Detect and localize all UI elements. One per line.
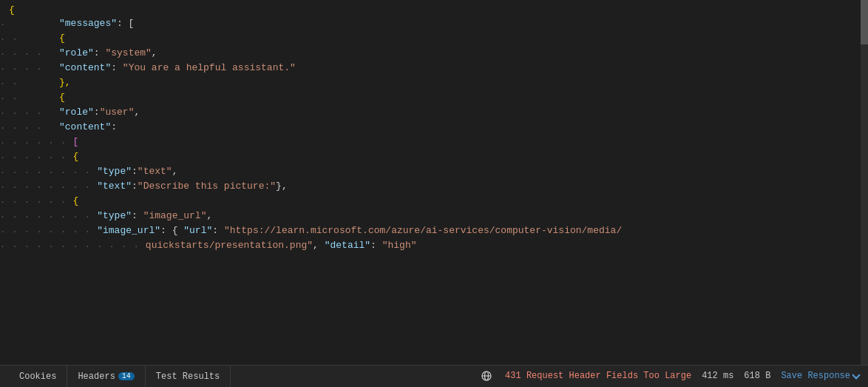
scrollbar-thumb[interactable]	[861, 0, 868, 44]
code-line-13: . . . . . . . . "type": "image_url",	[0, 210, 868, 225]
string-val-token: "image_url"	[143, 210, 207, 221]
code-line-3: . . . . "content": "You are a helpful as…	[0, 62, 868, 77]
bracket-token: {	[72, 195, 78, 206]
line-content: "content":	[59, 121, 859, 132]
punctuation-token: :	[370, 240, 382, 251]
code-line-7: . . . . "content":	[0, 121, 868, 136]
line-dots: . .	[0, 77, 59, 87]
string-val-token: "user"	[100, 107, 135, 118]
punctuation-token: :	[132, 210, 143, 221]
key-token: "role"	[59, 47, 94, 58]
code-line-2: . . . . "role": "system",	[0, 47, 868, 62]
code-line-4: . . },	[0, 77, 868, 92]
response-size: 618 B	[744, 371, 770, 381]
line-content: "type": "image_url",	[97, 210, 859, 221]
string-val-token: "high"	[382, 240, 417, 251]
tab-headers[interactable]: Headers 14	[67, 366, 145, 388]
chevron-down-icon	[852, 371, 860, 379]
key-token: "detail"	[325, 240, 370, 251]
line-content: "role": "system",	[59, 47, 859, 58]
punctuation-token: ,	[172, 166, 178, 177]
line-content: "content": "You are a helpful assistant.…	[59, 62, 859, 73]
code-line-6: . . . . "role":"user",	[0, 107, 868, 121]
line-dots: . . . . . . . .	[0, 210, 97, 221]
code-editor: { . "messages": [. . {. . . . "role": "s…	[0, 0, 868, 365]
scrollbar[interactable]	[861, 0, 868, 365]
status-message: 431 Request Header Fields Too Large	[505, 371, 691, 381]
line-dots: . . . . . . . .	[0, 181, 97, 191]
line-dots: . . . . . . . .	[0, 166, 97, 176]
punctuation-token: : [	[117, 18, 134, 29]
line-content: "type":"text",	[97, 166, 859, 177]
line-dots: . . . . . .	[0, 136, 72, 147]
punctuation-token: ,	[134, 107, 140, 118]
key-token: "messages"	[59, 18, 117, 29]
punctuation-token: :	[212, 225, 224, 236]
string-val-token: "https://learn.microsoft.com/azure/ai-se…	[224, 225, 622, 236]
line-content: [	[72, 136, 859, 147]
line-dots: . . . .	[0, 62, 59, 73]
punctuation-token: :	[111, 121, 117, 132]
status-right: 431 Request Header Fields Too Large 412 …	[481, 371, 859, 381]
code-line-10: . . . . . . . . "type":"text",	[0, 166, 868, 181]
line-dots: .	[0, 18, 59, 28]
string-val-token: "Describe this picture:"	[138, 181, 276, 192]
save-response-button[interactable]: Save Response	[781, 371, 859, 381]
line-content: },	[59, 77, 859, 88]
line-dots: . . . .	[0, 107, 59, 117]
line-content: "messages": [	[59, 18, 859, 29]
punctuation-token: ,	[152, 47, 157, 58]
bracket-token: {	[72, 151, 78, 162]
top-bracket: {	[0, 3, 868, 18]
response-time: 412 ms	[702, 371, 733, 381]
line-content: {	[72, 151, 859, 162]
code-line-8: . . . . . . [	[0, 136, 868, 151]
line-content: {	[72, 195, 859, 206]
line-dots: . .	[0, 92, 59, 102]
line-dots: . . . . . .	[0, 151, 72, 161]
key-token: "content"	[59, 121, 111, 132]
string-val-token: "text"	[138, 166, 172, 177]
punctuation-token: ,	[313, 240, 325, 251]
punctuation-token: :	[132, 166, 138, 177]
key-token: "url"	[183, 225, 212, 236]
code-line-14: . . . . . . . . "image_url": { "url": "h…	[0, 225, 868, 240]
key-token: "type"	[97, 166, 132, 177]
bracket2-token: [	[72, 136, 78, 147]
tab-test-results-label: Test Results	[156, 371, 220, 382]
punctuation-token: : {	[160, 225, 183, 236]
line-dots: . . . .	[0, 47, 59, 58]
line-dots: . . . . . .	[0, 195, 72, 206]
code-line-0: . "messages": [	[0, 18, 868, 33]
line-content: "image_url": { "url": "https://learn.mic…	[97, 225, 859, 236]
line-dots: . . . . . . . . . . . .	[0, 240, 146, 250]
string-val-token: quickstarts/presentation.png"	[146, 240, 313, 251]
punctuation-token: :	[111, 62, 123, 73]
bracket-token: {	[59, 33, 65, 44]
string-val-token: "You are a helpful assistant."	[123, 62, 296, 73]
line-content: "text":"Describe this picture:"},	[97, 181, 859, 192]
punctuation-token: :	[94, 107, 100, 118]
tab-headers-label: Headers	[78, 371, 115, 382]
line-dots: . . . .	[0, 121, 59, 132]
punctuation-token: :	[94, 47, 106, 58]
line-content: {	[59, 92, 859, 103]
punctuation-token: },	[276, 181, 288, 192]
line-content: "role":"user",	[59, 107, 859, 118]
line-dots: . .	[0, 33, 59, 43]
punctuation-token: ,	[206, 210, 212, 221]
code-line-9: . . . . . . {	[0, 151, 868, 166]
code-line-12: . . . . . . {	[0, 195, 868, 210]
tab-test-results[interactable]: Test Results	[146, 366, 231, 388]
tab-cookies[interactable]: Cookies	[9, 366, 67, 388]
key-token: "role"	[59, 107, 94, 118]
code-line-1: . . {	[0, 33, 868, 47]
globe-icon	[481, 371, 495, 381]
save-response-label: Save Response	[781, 371, 850, 381]
status-bar: Cookies Headers 14 Test Results 431 Requ…	[0, 365, 868, 387]
key-token: "type"	[97, 210, 132, 221]
key-token: "image_url"	[97, 225, 160, 236]
bracket-token: {	[59, 92, 65, 103]
code-line-5: . . {	[0, 92, 868, 107]
headers-badge: 14	[118, 372, 135, 380]
